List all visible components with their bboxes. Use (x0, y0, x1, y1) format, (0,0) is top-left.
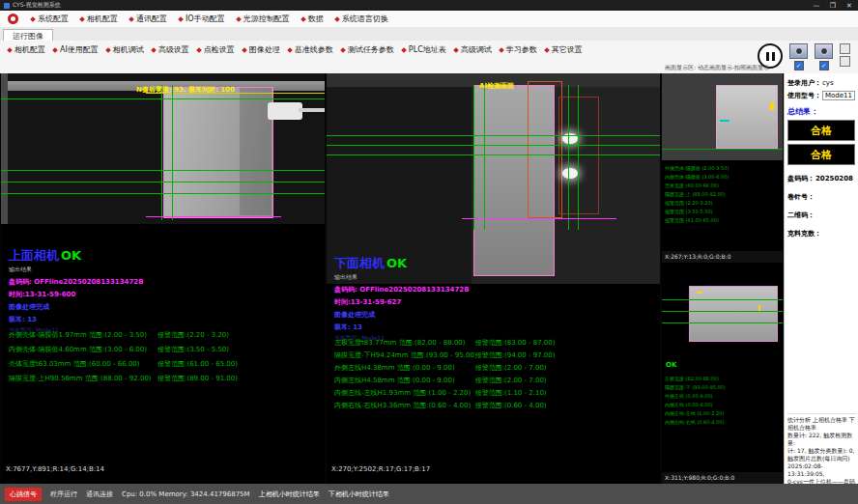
menu-bar: 系统配置 相机配置 通讯配置 IO手动配置 光源控制配置 数据 系统语言切换 (0, 11, 858, 28)
minimize-button[interactable]: — (812, 2, 821, 10)
measurement-row: 内侧壳体-隔膜值4.60mm 范围:(3.00 - 6.00)报警范围:(3.5… (9, 342, 319, 356)
statistics-block: 统计分析 上相机合格率 下相机合格率数量计: 222, 触发检测数量:计: 17… (787, 413, 856, 493)
statistics-line: 数量计: 222, 触发检测数量: (787, 432, 856, 447)
result-subtitle: 输出结果 (9, 266, 144, 274)
timestamp-text: 时间:13-31-59-600 (9, 290, 144, 299)
toolbar-item[interactable]: 其它设置 (541, 43, 586, 56)
green-guide-line (1, 170, 325, 171)
statistics-line: 计: 17, 触发分类数量): 0, (787, 447, 856, 455)
menu-item[interactable]: 光源控制配置 (231, 14, 296, 24)
qr-label: 二维码： (787, 210, 815, 220)
menu-item[interactable]: 相机配置 (74, 14, 124, 24)
login-label: 登录用户： (787, 78, 821, 88)
camera-2-checkbox[interactable]: ✓ (819, 61, 829, 70)
qr-row: 二维码： (787, 210, 855, 220)
measure-overlay-text: N值后宽度: 93. 极耳间距: 100 (136, 85, 235, 95)
needle-label: 卷针号： (787, 192, 815, 202)
logo-icon (8, 14, 18, 24)
layout-grid-icon[interactable] (840, 43, 850, 54)
thumbnail-upper[interactable]: 外侧壳体-隔膜值 (2.00-3.50)内侧壳体-隔膜值 (3.00-6.00)… (662, 73, 783, 263)
green-guide-line (1, 182, 325, 182)
toolbar-items: 相机配置 AI使用配置 相机调试 高级设置 点检设置 图像处理 基准线参数 (4, 43, 642, 56)
green-guide-line (327, 145, 660, 146)
thumb-measure-lines: 外侧壳体-隔膜值 (2.00-3.50)内侧壳体-隔膜值 (3.00-6.00)… (665, 164, 781, 225)
measurement-list-lower: 左极宽度t83.77mm 范围:(82.00 - 88.00)报警范围:(83.… (334, 336, 654, 411)
comm-status: 通讯连接 (86, 490, 113, 499)
cpu-memory-text: Cpu: 0.0% Memory: 3424.41796875M (122, 490, 250, 498)
model-label: 使用型号： (787, 91, 821, 100)
toolbar-item[interactable]: PLC地址表 (398, 43, 450, 56)
login-value: cys (822, 79, 834, 87)
lower-camera-stats-link[interactable]: 下相机小时统计结果 (329, 490, 389, 499)
needle-row: 卷针号： (787, 192, 855, 202)
measurement-list-upper: 外侧壳体-隔膜值1.97mm 范围:(2.00 - 3.50)报警范围:(2.2… (9, 327, 319, 385)
menu-bullet-icon (30, 16, 36, 22)
ai-roi-rect (528, 81, 562, 218)
thumb-measure-line: 隔膜宽度-下 (93.00-95.00) (665, 383, 781, 392)
menu-item[interactable]: 系统配置 (25, 14, 74, 24)
toolbar-bullet-icon (401, 47, 407, 53)
thumbnail-lower[interactable]: OK 左极宽度 (82.00-88.00)隔膜宽度-下 (93.00-95.00… (662, 263, 783, 484)
barcode-row: 盘码码： 20250208 (787, 174, 855, 183)
camera-toggle-1: ✓ (789, 43, 808, 70)
titlebar: CYS-视觉检测系统 — ❐ ✕ (0, 0, 858, 11)
heartbeat-badge: 心跳信号 (5, 488, 42, 501)
toolbar-bullet-icon (105, 47, 111, 53)
toolbar-item[interactable]: 高级设置 (148, 43, 193, 56)
barcode-value: 20250208 (815, 175, 853, 182)
main-menu: 系统配置 相机配置 通讯配置 IO手动配置 光源控制配置 数据 系统语言切换 (25, 14, 394, 24)
menu-item[interactable]: IO手动配置 (173, 14, 231, 24)
model-select[interactable]: Mode11 (822, 91, 855, 100)
thumb-measure-line: 内侧左线 (0.00-9.00) (665, 401, 781, 409)
camera-image-upper[interactable]: N值后宽度: 93. 极耳间距: 100 (1, 73, 325, 224)
measurement-row: 隔膜宽度-上H90.56mm 范围:(88.00 - 92.00)报警范围:(8… (9, 371, 319, 385)
toolbar-item[interactable]: AI使用配置 (49, 43, 102, 56)
toolbar-item[interactable]: 点检设置 (193, 43, 239, 56)
measurement-row: 内侧右线-右线H3.36mm 范围:(0.60 - 4.00)报警范围:(0.6… (334, 399, 654, 411)
result-subtitle: 输出结果 (334, 273, 470, 282)
result-box-upper: 合格 (787, 120, 855, 141)
camera-2-button[interactable] (815, 43, 833, 59)
toolbar-item[interactable]: 图像处理 (239, 43, 284, 56)
total-result-label: 总结果： (787, 106, 855, 117)
display-mode-text: 画面显示区: 动态画面显示-拍照画面显示 (665, 64, 783, 72)
thumb-measure-line: 报警范围 (2.20-3.20) (665, 199, 781, 208)
app-logo (0, 14, 25, 24)
toolbar-item[interactable]: 相机配置 (4, 43, 49, 56)
app-window: CYS-视觉检测系统 — ❐ ✕ 系统配置 相机配置 通讯配置 IO手动配置 (0, 0, 858, 504)
toolbar-bullet-icon (453, 47, 459, 53)
menu-item[interactable]: 通讯配置 (124, 14, 173, 24)
camera-panel-upper: N值后宽度: 93. 极耳间距: 100 上面相机OK 输出结果 盘码码: OF… (1, 73, 325, 484)
menu-bullet-icon (79, 16, 85, 22)
close-button[interactable]: ✕ (844, 2, 854, 10)
toolbar-item[interactable]: 高级调试 (450, 43, 496, 56)
camera-name: 上面相机 (9, 248, 59, 263)
green-guide-line (327, 135, 660, 136)
machine-edge (1, 73, 8, 224)
camera-name: 下面相机 (334, 256, 385, 270)
yellow-marker (697, 292, 702, 294)
connector (268, 102, 302, 120)
toolbar-bullet-icon (242, 47, 247, 53)
toolbar-item[interactable]: 测试任务参数 (337, 43, 398, 56)
toolbar-item[interactable]: 相机调试 (102, 43, 148, 56)
maximize-button[interactable]: ❐ (828, 2, 838, 10)
green-guide-line-vertical (172, 85, 173, 220)
toolbar-item[interactable]: 学习参数 (496, 43, 541, 56)
timestamp-text: 时间:13-31-59-627 (334, 297, 470, 307)
barcode-text: 盘码码: OFFline2025020813313472B (334, 285, 470, 294)
layout-grid-icon[interactable] (840, 56, 850, 67)
menu-item[interactable]: 数据 (296, 14, 329, 24)
cyan-marker (720, 120, 729, 122)
result-block-lower: 下面相机OK 输出结果 盘码码: OFFline2025020813313472… (334, 253, 470, 343)
menu-item[interactable]: 系统语言切换 (329, 14, 394, 24)
camera-1-button[interactable] (789, 43, 808, 59)
upper-camera-stats-link[interactable]: 上相机小时统计结果 (259, 490, 320, 499)
toolbar-item[interactable]: 基准线参数 (284, 43, 337, 56)
statistics-line: 统计分析 上相机合格率 下相机合格率 (787, 416, 856, 432)
green-guide-line (327, 154, 660, 155)
green-guide-line-vertical (484, 85, 485, 230)
green-guide-line (662, 149, 783, 150)
camera-1-checkbox[interactable]: ✓ (794, 61, 804, 70)
program-run-status: 程序运行 (50, 490, 77, 499)
